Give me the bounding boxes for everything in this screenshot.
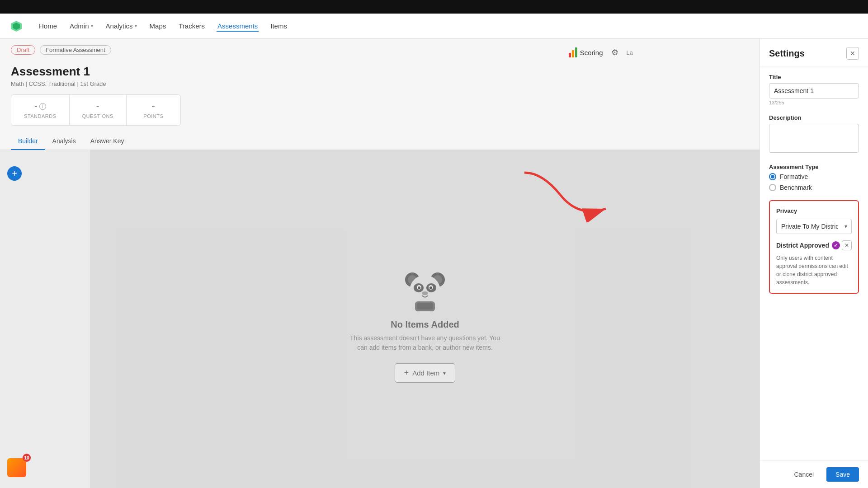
tab-builder[interactable]: Builder xyxy=(11,133,45,150)
scoring-chart-icon xyxy=(569,47,577,57)
nav-admin[interactable]: Admin ▾ xyxy=(69,20,94,32)
chevron-down-icon: ▾ xyxy=(443,370,446,376)
title-label: Title xyxy=(769,74,859,80)
assessment-type-group: Assessment Type Formative Benchmark xyxy=(769,164,859,191)
stat-standards: - i STANDARDS xyxy=(11,94,70,126)
formative-assessment-tag[interactable]: Formative Assessment xyxy=(40,45,111,55)
panda-icon xyxy=(402,267,448,312)
arrow-annotation xyxy=(515,168,615,222)
tabs-row: Builder Analysis Answer Key xyxy=(0,133,760,150)
district-approved-description: Only users with content approval permiss… xyxy=(776,254,852,286)
settings-footer: Cancel Save xyxy=(760,460,868,488)
save-button[interactable]: Save xyxy=(826,467,859,482)
avatar-main xyxy=(7,458,26,477)
content-area: Draft Formative Assessment Scoring ⚙ La … xyxy=(0,39,760,488)
settings-body: Title 13/255 Description Assessment Type… xyxy=(760,66,868,460)
district-approved-close-button[interactable]: ✕ xyxy=(842,240,852,250)
tab-analysis[interactable]: Analysis xyxy=(45,133,83,150)
svg-point-6 xyxy=(410,275,440,306)
char-count: 13/255 xyxy=(769,100,859,105)
svg-point-12 xyxy=(429,286,432,289)
logo-icon[interactable] xyxy=(9,19,24,33)
top-bar xyxy=(0,0,868,14)
radio-formative[interactable]: Formative xyxy=(769,173,859,180)
radio-benchmark[interactable]: Benchmark xyxy=(769,184,859,191)
stat-points: - POINTS xyxy=(127,94,181,126)
la-label: La xyxy=(627,49,633,56)
privacy-select[interactable]: Private To My District Public Private xyxy=(776,219,852,234)
district-approved-row: District Approved ✓ ✕ xyxy=(776,240,852,250)
chevron-down-icon: ▾ xyxy=(91,23,93,28)
add-item-button[interactable]: + Add Item ▾ xyxy=(395,363,456,383)
close-settings-button[interactable]: ✕ xyxy=(846,47,859,60)
bottom-avatar[interactable]: 10 xyxy=(7,454,31,477)
add-section-button[interactable]: + xyxy=(7,166,22,181)
checkmark-badge: ✓ xyxy=(832,241,840,249)
navigation: Home Admin ▾ Analytics ▾ Maps Trackers A… xyxy=(0,14,868,39)
title-field-group: Title 13/255 xyxy=(769,74,859,105)
no-items-container: No Items Added This assessment doesn't h… xyxy=(348,267,502,383)
gear-icon[interactable]: ⚙ xyxy=(608,45,622,60)
settings-title: Settings xyxy=(769,48,805,59)
chevron-down-icon: ▾ xyxy=(135,23,137,28)
svg-point-13 xyxy=(422,291,428,295)
cancel-button[interactable]: Cancel xyxy=(786,467,822,482)
stat-questions: - QUESTIONS xyxy=(70,94,127,126)
assessment-title: Assessment 1 xyxy=(11,65,749,79)
svg-rect-15 xyxy=(417,303,433,310)
plus-icon: + xyxy=(404,368,409,378)
nav-trackers[interactable]: Trackers xyxy=(178,20,206,32)
radio-circle-benchmark xyxy=(769,184,776,191)
privacy-section: Privacy Private To My District Public Pr… xyxy=(769,200,859,294)
scoring-area: Scoring ⚙ La xyxy=(569,45,633,60)
nav-items[interactable]: Items xyxy=(269,20,288,32)
privacy-select-wrapper: Private To My District Public Private ▾ xyxy=(776,219,852,234)
avatar-badge: 10 xyxy=(23,454,31,462)
assessment-type-label: Assessment Type xyxy=(769,164,859,170)
tab-answer-key[interactable]: Answer Key xyxy=(83,133,132,150)
settings-header: Settings ✕ xyxy=(760,39,868,66)
no-items-desc: This assessment doesn't have any questio… xyxy=(348,333,502,352)
settings-panel: Settings ✕ Title 13/255 Description Asse… xyxy=(760,39,868,488)
info-icon[interactable]: i xyxy=(39,103,46,110)
nav-maps[interactable]: Maps xyxy=(149,20,167,32)
description-field-group: Description xyxy=(769,114,859,155)
nav-assessments[interactable]: Assessments xyxy=(217,20,259,32)
privacy-label: Privacy xyxy=(776,207,852,214)
nav-analytics[interactable]: Analytics ▾ xyxy=(105,20,138,32)
assessment-subtitle: Math | CCSS: Traditional | 1st Grade xyxy=(11,80,749,87)
assessment-header: Assessment 1 Math | CCSS: Traditional | … xyxy=(0,61,760,94)
draft-tag[interactable]: Draft xyxy=(11,45,35,55)
no-items-title: No Items Added xyxy=(391,319,459,330)
description-textarea[interactable] xyxy=(769,124,859,153)
avatar-stack: 10 xyxy=(7,454,31,477)
svg-point-11 xyxy=(418,286,420,289)
title-input[interactable] xyxy=(769,83,859,99)
nav-home[interactable]: Home xyxy=(38,20,58,32)
tags-row: Draft Formative Assessment Scoring ⚙ La xyxy=(0,39,760,61)
radio-circle-formative xyxy=(769,173,776,180)
description-label: Description xyxy=(769,114,859,121)
scoring-button[interactable]: Scoring xyxy=(569,47,603,57)
builder-main: No Items Added This assessment doesn't h… xyxy=(90,150,760,488)
radio-group: Formative Benchmark xyxy=(769,173,859,191)
district-approved-label: District Approved ✓ xyxy=(776,241,840,249)
stats-row: - i STANDARDS - QUESTIONS - POINTS xyxy=(0,94,760,133)
main-wrapper: Draft Formative Assessment Scoring ⚙ La … xyxy=(0,39,868,488)
builder-sidebar: + xyxy=(0,150,90,488)
builder-area: + xyxy=(0,150,760,488)
